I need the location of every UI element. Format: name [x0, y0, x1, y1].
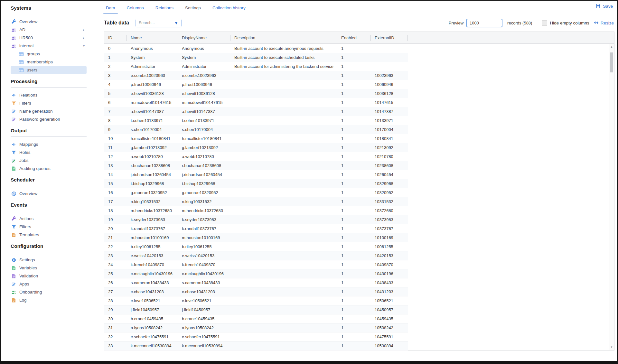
- cell-displayname: r.buchanan10238608: [178, 163, 230, 168]
- table-row[interactable]: 4p.frost10060946p.frost10060946110060946: [104, 80, 408, 89]
- table-row[interactable]: 32c.schaefer10475591c.schaefer1047559111…: [104, 332, 408, 341]
- table-row[interactable]: 21m.houston10100169m.houston101001691101…: [104, 233, 408, 242]
- table-row[interactable]: 23e.weiss10420153e.weiss1042015311042015…: [104, 251, 408, 260]
- table-row[interactable]: 20k.randall10373767k.randall103737671103…: [104, 224, 408, 233]
- table-row[interactable]: 0AnonymousAnonymousBuilt-in account to e…: [104, 44, 408, 53]
- table-row[interactable]: 17n.king10331532n.king10331532110331532: [104, 197, 408, 206]
- table-row[interactable]: 14j.richardson10260454j.richardson102604…: [104, 170, 408, 179]
- cell-id: 24: [104, 262, 127, 267]
- tab-columns[interactable]: Columns: [126, 5, 145, 14]
- sidebar-item-validation[interactable]: Validation: [11, 272, 87, 280]
- table-row[interactable]: 19k.snyder10373983k.snyder10373983110373…: [104, 215, 408, 224]
- table-row[interactable]: 31a.lyons10508242a.lyons1050824211050824…: [104, 323, 408, 332]
- resize-button[interactable]: Resize: [594, 20, 614, 25]
- sidebar-item-users[interactable]: users: [11, 66, 87, 74]
- chevron-right-icon[interactable]: ▸: [83, 28, 85, 32]
- cell-name: e.hewitt10036128: [127, 91, 178, 96]
- table-row[interactable]: 3e.combs10023963e.combs10023963110023963: [104, 71, 408, 80]
- table-row[interactable]: 7a.hewitt10147387a.hewitt101473871101473…: [104, 107, 408, 116]
- table-row[interactable]: 2AdministratorAdministratorBuilt-in acco…: [104, 62, 408, 71]
- sidebar-item-settings[interactable]: Settings: [11, 256, 87, 264]
- cell-externalid: 10431203: [371, 289, 408, 294]
- sidebar-item-name-generation[interactable]: Name generation: [11, 107, 87, 115]
- save-button[interactable]: Save: [596, 4, 613, 9]
- sidebar-item-ad[interactable]: AD▸: [11, 26, 87, 34]
- sidebar-item-log[interactable]: Log: [11, 296, 87, 304]
- table-row[interactable]: 22b.riley10061255b.riley1006125511006125…: [104, 242, 408, 251]
- column-header-displayname[interactable]: DisplayName: [178, 32, 230, 43]
- table-row[interactable]: 12a.webb10210780a.webb10210780110210780: [104, 152, 408, 161]
- table-row[interactable]: 33k.mcconnell10530894k.mcconnell10530894…: [104, 341, 408, 350]
- cell-enabled: 1: [337, 145, 371, 150]
- table-row[interactable]: 11g.lambert10213092g.lambert102130921102…: [104, 143, 408, 152]
- table-row[interactable]: 29j.field10450957j.field1045095711045095…: [104, 305, 408, 314]
- cell-id: 26: [104, 280, 127, 285]
- scroll-down-icon[interactable]: ▼: [609, 346, 614, 349]
- table-row[interactable]: 25c.mclaughlin10430196c.mclaughlin104301…: [104, 269, 408, 278]
- cell-name: k.french10409870: [127, 262, 178, 267]
- cell-description: Built-in account to execute scheduled ta…: [230, 55, 337, 60]
- table-row[interactable]: 24k.french10409870k.french10409870110409…: [104, 260, 408, 269]
- table-row[interactable]: 15t.bishop10329968t.bishop10329968110329…: [104, 179, 408, 188]
- sidebar-item-hr500[interactable]: HR500▸: [11, 34, 87, 42]
- sidebar-item-auditing-queries[interactable]: Auditing queries: [11, 164, 87, 173]
- cell-name: m.mcdowell10147615: [127, 100, 178, 105]
- sidebar-item-mappings[interactable]: Mappings: [11, 140, 87, 148]
- cell-externalid: 10373983: [371, 217, 408, 222]
- table-row[interactable]: 26s.cameron10438433s.cameron104384331104…: [104, 278, 408, 287]
- column-header-externalid[interactable]: ExternalID: [371, 32, 408, 43]
- sidebar-item-actions[interactable]: Actions: [11, 215, 87, 223]
- preview-input[interactable]: [466, 19, 502, 27]
- search-dropdown[interactable]: Search... ▼: [136, 19, 182, 27]
- table-row[interactable]: 6m.mcdowell10147615m.mcdowell10147615110…: [104, 98, 408, 107]
- chevron-down-icon[interactable]: ▾: [83, 44, 85, 48]
- people-icon: [11, 290, 16, 295]
- sidebar-item-apps[interactable]: Apps: [11, 280, 87, 288]
- table-row[interactable]: 8t.cohen10133971t.cohen10133971110133971: [104, 116, 408, 125]
- table-row[interactable]: 30b.crane10459435b.crane1045943511045943…: [104, 314, 408, 323]
- tab-data[interactable]: Data: [105, 5, 116, 14]
- sidebar-item-filters[interactable]: Filters: [11, 223, 87, 231]
- chevron-right-icon[interactable]: ▸: [83, 36, 85, 40]
- scroll-up-icon[interactable]: ▲: [609, 45, 614, 48]
- sidebar-item-onboarding[interactable]: Onboarding: [11, 288, 87, 296]
- sidebar-item-overview[interactable]: Overview: [11, 190, 87, 198]
- tab-settings[interactable]: Settings: [184, 5, 202, 14]
- tab-collection-history[interactable]: Collection history: [211, 5, 247, 14]
- table-row[interactable]: 27c.chase10431203c.chase1043120311043120…: [104, 287, 408, 296]
- scrollbar-thumb[interactable]: [610, 52, 613, 72]
- sidebar-item-filters[interactable]: Filters: [11, 99, 87, 107]
- table-icon: [19, 68, 24, 73]
- sidebar-item-memberships[interactable]: memberships: [11, 58, 87, 66]
- floppy-disk-icon: [596, 4, 601, 9]
- sidebar-item-groups[interactable]: groups: [11, 50, 87, 58]
- pencil-icon: [11, 109, 16, 114]
- sidebar-item-relations[interactable]: Relations: [11, 91, 87, 99]
- sidebar-item-jobs[interactable]: Jobs: [11, 156, 87, 164]
- table-row[interactable]: 5e.hewitt10036128e.hewitt100361281100361…: [104, 89, 408, 98]
- cell-externalid: 10438433: [371, 280, 408, 285]
- column-header-description[interactable]: Description: [230, 32, 337, 43]
- tab-relations[interactable]: Relations: [154, 5, 174, 14]
- table-row[interactable]: 16g.monroe10320952g.monroe10320952110320…: [104, 188, 408, 197]
- sidebar-item-roles[interactable]: Roles: [11, 148, 87, 156]
- column-header-id[interactable]: ID: [104, 32, 127, 43]
- funnel-icon: [11, 101, 16, 106]
- column-header-name[interactable]: Name: [127, 32, 178, 43]
- sidebar-item-internal[interactable]: internal▾: [11, 42, 87, 50]
- column-header-enabled[interactable]: Enabled: [337, 32, 371, 43]
- cell-enabled: 1: [337, 244, 371, 249]
- hide-empty-columns-checkbox[interactable]: [542, 20, 547, 26]
- hide-empty-columns-label: Hide empty columns: [550, 21, 589, 25]
- table-row[interactable]: 28c.love10506521c.love10506521110506521: [104, 296, 408, 305]
- table-row[interactable]: 10h.mcallister10180841h.mcallister101808…: [104, 134, 408, 143]
- table-row[interactable]: 18m.hendricks10372680m.hendricks10372680…: [104, 206, 408, 215]
- table-row[interactable]: 13r.buchanan10238608r.buchanan1023860811…: [104, 161, 408, 170]
- sidebar-item-password-generation[interactable]: Password generation: [11, 115, 87, 123]
- table-row[interactable]: 1SystemSystemBuilt-in account to execute…: [104, 53, 408, 62]
- sidebar-item-variables[interactable]: Variables: [11, 264, 87, 272]
- sidebar-item-overview[interactable]: Overview: [11, 18, 87, 26]
- vertical-scrollbar[interactable]: ▲ ▼: [609, 44, 614, 350]
- table-row[interactable]: 9s.chen10170004s.chen10170004110170004: [104, 125, 408, 134]
- sidebar-item-templates[interactable]: Templates: [11, 231, 87, 239]
